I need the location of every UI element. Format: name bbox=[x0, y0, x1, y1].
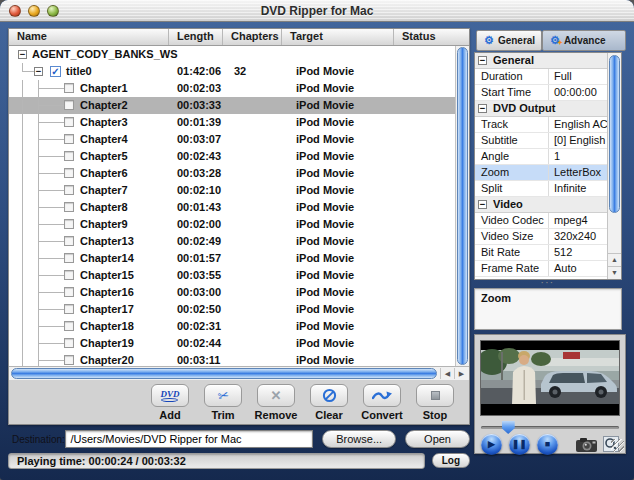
collapse-icon[interactable]: − bbox=[478, 104, 487, 113]
column-header-name[interactable]: Name bbox=[9, 29, 169, 45]
zoom-window-button[interactable] bbox=[47, 5, 59, 17]
list-row-chapter6[interactable]: Chapter600:03:28iPod Movie bbox=[9, 165, 469, 182]
destination-field[interactable]: /Users/Movies/DVD Ripper for Mac bbox=[65, 430, 313, 448]
destination-row: Destination: /Users/Movies/DVD Ripper fo… bbox=[8, 429, 470, 449]
property-row-frame-rate[interactable]: Frame RateAuto bbox=[475, 261, 607, 277]
stop-playback-button[interactable]: ■ bbox=[537, 434, 558, 455]
open-button[interactable]: Open bbox=[405, 430, 470, 448]
checkbox-unchecked-icon[interactable] bbox=[64, 151, 74, 161]
collapse-icon[interactable]: − bbox=[478, 200, 487, 209]
property-row-zoom[interactable]: ZoomLetterBox bbox=[475, 165, 607, 181]
remove-button[interactable]: ✕ Remove bbox=[254, 384, 298, 421]
property-row-subtitle[interactable]: Subtitle[0] English S bbox=[475, 133, 607, 149]
collapse-icon[interactable]: − bbox=[34, 67, 43, 76]
property-row-duration[interactable]: DurationFull bbox=[475, 69, 607, 85]
list-row-chapter20[interactable]: Chapter2000:03:11iPod Movie bbox=[9, 352, 469, 366]
column-header-length[interactable]: Length bbox=[169, 29, 223, 45]
list-row-chapter15[interactable]: Chapter1500:03:55iPod Movie bbox=[9, 267, 469, 284]
play-button[interactable]: ▶ bbox=[481, 434, 502, 455]
tab-general[interactable]: ⚙ General bbox=[476, 30, 542, 51]
property-row-bit-rate[interactable]: Bit Rate512 bbox=[475, 245, 607, 261]
checkbox-unchecked-icon[interactable] bbox=[64, 168, 74, 178]
property-row-video-size[interactable]: Video Size320x240 bbox=[475, 229, 607, 245]
checkbox-unchecked-icon[interactable] bbox=[64, 134, 74, 144]
checkbox-checked-icon[interactable]: ✓ bbox=[50, 66, 61, 77]
scroll-left-arrow-icon[interactable]: ◀ bbox=[440, 368, 454, 379]
collapse-icon[interactable]: − bbox=[18, 50, 27, 59]
panel-splitter[interactable]: ··· bbox=[474, 281, 622, 287]
trim-button[interactable]: ✂ Trim bbox=[201, 384, 245, 421]
clear-button[interactable]: Clear bbox=[307, 384, 351, 421]
property-row-angle[interactable]: Angle1 bbox=[475, 149, 607, 165]
add-button[interactable]: DVD Add bbox=[148, 384, 192, 421]
list-row-chapter18[interactable]: Chapter1800:02:31iPod Movie bbox=[9, 318, 469, 335]
property-group-dvd-output[interactable]: −DVD Output bbox=[475, 101, 607, 117]
vertical-scrollbar[interactable] bbox=[455, 46, 469, 366]
checkbox-unchecked-icon[interactable] bbox=[64, 185, 74, 195]
app-window: DVD Ripper for Mac NameLengthChaptersTar… bbox=[0, 0, 634, 480]
column-header-status[interactable]: Status bbox=[394, 29, 469, 45]
checkbox-unchecked-icon[interactable] bbox=[64, 321, 74, 331]
property-grid-scrollbar[interactable]: ▲ ▼ bbox=[607, 53, 621, 279]
list-row-chapter1[interactable]: Chapter100:02:03iPod Movie bbox=[9, 80, 469, 97]
scroll-up-arrow-icon[interactable]: ▲ bbox=[608, 253, 621, 266]
property-row-track[interactable]: TrackEnglish AC3 bbox=[475, 117, 607, 133]
preview-panel: ▶ ❚❚ ■ bbox=[474, 334, 626, 454]
list-row-chapter14[interactable]: Chapter1400:01:57iPod Movie bbox=[9, 250, 469, 267]
vertical-scrollbar-thumb[interactable] bbox=[457, 47, 468, 365]
tab-advance[interactable]: ⚙✦ Advance bbox=[542, 30, 626, 51]
checkbox-unchecked-icon[interactable] bbox=[64, 270, 74, 280]
property-row-video-codec[interactable]: Video Codecmpeg4 bbox=[475, 213, 607, 229]
convert-button[interactable]: Convert bbox=[360, 384, 404, 421]
scroll-down-arrow-icon[interactable]: ▼ bbox=[608, 266, 621, 279]
checkbox-unchecked-icon[interactable] bbox=[64, 100, 74, 110]
property-grid-scrollbar-thumb[interactable] bbox=[609, 55, 620, 213]
title-list-panel: NameLengthChaptersTargetStatus −AGENT_CO… bbox=[8, 28, 470, 425]
pause-button[interactable]: ❚❚ bbox=[509, 434, 530, 455]
checkbox-unchecked-icon[interactable] bbox=[64, 202, 74, 212]
checkbox-unchecked-icon[interactable] bbox=[64, 253, 74, 263]
horizontal-scrollbar[interactable]: ◀ ▶ bbox=[9, 366, 469, 380]
stop-square-icon bbox=[431, 391, 440, 400]
property-row-start-time[interactable]: Start Time00:00:00 bbox=[475, 85, 607, 101]
horizontal-scrollbar-thumb[interactable] bbox=[11, 368, 437, 379]
checkbox-unchecked-icon[interactable] bbox=[64, 287, 74, 297]
stop-button[interactable]: Stop bbox=[413, 384, 457, 421]
list-row-chapter9[interactable]: Chapter900:02:00iPod Movie bbox=[9, 216, 469, 233]
list-row-chapter19[interactable]: Chapter1900:02:44iPod Movie bbox=[9, 335, 469, 352]
list-row-chapter2[interactable]: Chapter200:03:33iPod Movie bbox=[9, 97, 469, 114]
checkbox-unchecked-icon[interactable] bbox=[64, 355, 74, 365]
collapse-icon[interactable]: − bbox=[478, 56, 487, 65]
property-group-video[interactable]: −Video bbox=[475, 197, 607, 213]
list-row-chapter16[interactable]: Chapter1600:03:00iPod Movie bbox=[9, 284, 469, 301]
list-row-agent_cody_banks_ws[interactable]: −AGENT_CODY_BANKS_WS bbox=[9, 46, 469, 63]
log-button[interactable]: Log bbox=[432, 453, 470, 468]
snapshot-camera-button[interactable] bbox=[576, 437, 598, 452]
checkbox-unchecked-icon[interactable] bbox=[64, 219, 74, 229]
checkbox-unchecked-icon[interactable] bbox=[64, 304, 74, 314]
list-row-chapter3[interactable]: Chapter300:01:39iPod Movie bbox=[9, 114, 469, 131]
minimize-button[interactable] bbox=[28, 5, 40, 17]
list-row-chapter8[interactable]: Chapter800:01:43iPod Movie bbox=[9, 199, 469, 216]
browse-button[interactable]: Browse... bbox=[322, 430, 396, 448]
close-button[interactable] bbox=[9, 5, 21, 17]
checkbox-unchecked-icon[interactable] bbox=[64, 338, 74, 348]
checkbox-unchecked-icon[interactable] bbox=[64, 83, 74, 93]
checkbox-unchecked-icon[interactable] bbox=[64, 236, 74, 246]
list-row-chapter7[interactable]: Chapter700:02:10iPod Movie bbox=[9, 182, 469, 199]
property-group-general[interactable]: −General bbox=[475, 53, 607, 69]
list-row-title0[interactable]: −✓title001:42:0632iPod Movie bbox=[9, 63, 469, 80]
property-description-box: Zoom bbox=[474, 288, 622, 330]
list-row-chapter4[interactable]: Chapter400:03:07iPod Movie bbox=[9, 131, 469, 148]
resize-grip[interactable] bbox=[611, 439, 624, 452]
scroll-right-arrow-icon[interactable]: ▶ bbox=[454, 368, 468, 379]
list-row-chapter13[interactable]: Chapter1300:02:49iPod Movie bbox=[9, 233, 469, 250]
column-header-target[interactable]: Target bbox=[282, 29, 394, 45]
checkbox-unchecked-icon[interactable] bbox=[64, 117, 74, 127]
list-row-chapter5[interactable]: Chapter500:02:43iPod Movie bbox=[9, 148, 469, 165]
prohibit-icon bbox=[322, 388, 337, 403]
window-title: DVD Ripper for Mac bbox=[0, 4, 634, 18]
list-row-chapter17[interactable]: Chapter1700:02:50iPod Movie bbox=[9, 301, 469, 318]
column-header-chapters[interactable]: Chapters bbox=[223, 29, 282, 45]
property-row-split[interactable]: SplitInfinite bbox=[475, 181, 607, 197]
